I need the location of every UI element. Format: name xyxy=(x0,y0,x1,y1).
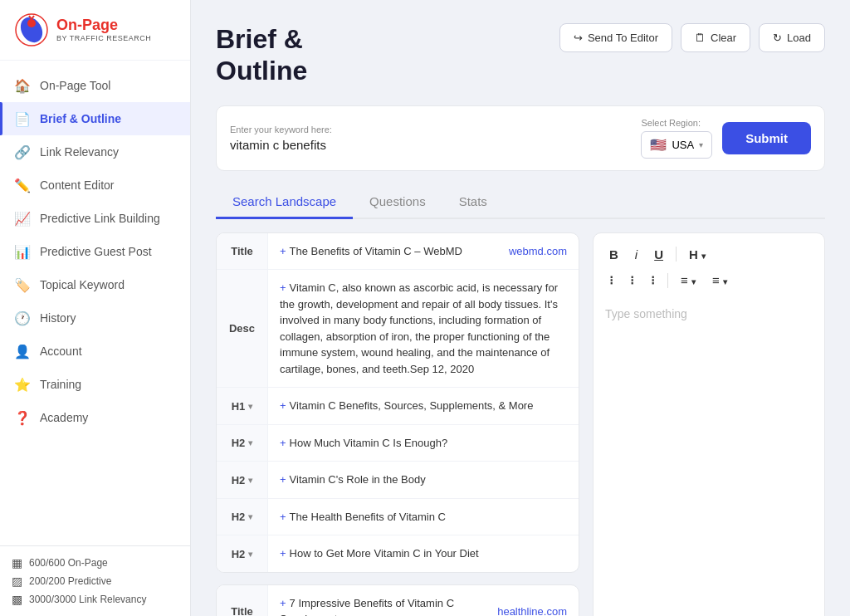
result-card-webmd-card: Title+The Benefits of Vitamin C – WebMDw… xyxy=(216,232,579,573)
heading-button[interactable]: H ▾ xyxy=(685,245,710,264)
heading-label: H2 xyxy=(232,548,246,560)
sidebar-label-academy: Academy xyxy=(40,411,88,424)
sidebar-label-topical-keyword: Topical Keyword xyxy=(40,278,125,291)
sidebar-label-brief-outline: Brief & Outline xyxy=(40,112,121,125)
footer-badge: ▦600/600 On-Page xyxy=(12,556,178,570)
align-center-button[interactable]: ⁝ xyxy=(626,271,638,291)
site-link[interactable]: healthline.com xyxy=(497,604,567,616)
row-label-title: Title xyxy=(217,585,268,616)
load-icon: ↻ xyxy=(773,32,782,44)
sidebar-item-topical-keyword[interactable]: 🏷️ Topical Keyword xyxy=(0,268,190,301)
sidebar-item-training[interactable]: ⭐ Training xyxy=(0,368,190,401)
align-left-button[interactable]: ⁝ xyxy=(605,271,618,291)
clear-icon: 🗒 xyxy=(695,32,706,44)
bold-button[interactable]: B xyxy=(605,245,623,264)
heading-label: H1 xyxy=(232,400,246,413)
editor-toolbar: B i U H ▾ ⁝ ⁝ ⁝ ≡ ▾ ≡ ▾ xyxy=(605,245,813,291)
content-editor-icon: ✏️ xyxy=(15,178,30,193)
sidebar-item-predictive-link[interactable]: 📈 Predictive Link Building xyxy=(0,202,190,235)
sidebar-label-link-relevancy: Link Relevancy xyxy=(40,145,119,159)
sidebar-item-content-editor[interactable]: ✏️ Content Editor xyxy=(0,169,190,202)
sidebar-item-on-page-tool[interactable]: 🏠 On-Page Tool xyxy=(0,69,190,102)
logo-sub: By Traffic Research xyxy=(56,34,151,42)
chevron-down-icon: ▾ xyxy=(699,140,703,149)
search-bar: Enter your keyword here: vitamin c benef… xyxy=(216,105,825,171)
search-value: vitamin c benefits xyxy=(230,138,641,152)
heading-label: H2 xyxy=(232,437,246,449)
sidebar-item-predictive-guest[interactable]: 📊 Predictive Guest Post xyxy=(0,235,190,268)
unordered-list-button[interactable]: ≡ ▾ xyxy=(708,271,731,290)
row-label-desc: Desc xyxy=(217,270,268,387)
sidebar-label-history: History xyxy=(40,311,76,325)
sidebar-item-brief-outline[interactable]: 📄 Brief & Outline xyxy=(0,102,190,135)
tabs: Search LandscapeQuestionsStats xyxy=(216,186,825,219)
footer-badge: ▨200/200 Predictive xyxy=(12,574,178,588)
sidebar-nav: 🏠 On-Page Tool 📄 Brief & Outline 🔗 Link … xyxy=(0,61,190,545)
sidebar-label-on-page-tool: On-Page Tool xyxy=(40,79,110,92)
align-right-button[interactable]: ⁝ xyxy=(647,271,659,291)
region-select[interactable]: 🇺🇸 USA ▾ xyxy=(641,131,712,159)
result-row: Title+The Benefits of Vitamin C – WebMDw… xyxy=(217,233,579,271)
send-to-editor-button[interactable]: ↪ Send To Editor xyxy=(559,23,672,52)
chevron-icon: ▾ xyxy=(248,438,252,447)
result-row: H2▾+How to Get More Vitamin C in Your Di… xyxy=(217,535,579,572)
sidebar-footer: ▦600/600 On-Page▨200/200 Predictive▩3000… xyxy=(0,545,190,616)
italic-button[interactable]: i xyxy=(631,245,642,264)
result-row: H2▾+How Much Vitamin C Is Enough? xyxy=(217,425,579,462)
sidebar-item-history[interactable]: 🕐 History xyxy=(0,301,190,335)
site-link[interactable]: webmd.com xyxy=(509,243,567,260)
load-button[interactable]: ↻ Load xyxy=(759,23,825,52)
heading-label: H2 xyxy=(232,474,246,486)
sidebar-item-link-relevancy[interactable]: 🔗 Link Relevancy xyxy=(0,135,190,169)
underline-button[interactable]: U xyxy=(650,245,667,264)
sidebar-label-predictive-link: Predictive Link Building xyxy=(40,212,160,225)
sidebar-item-academy[interactable]: ❓ Academy xyxy=(0,401,190,434)
svg-point-2 xyxy=(27,19,36,27)
sidebar-label-account: Account xyxy=(40,345,82,358)
tab-questions[interactable]: Questions xyxy=(353,186,442,219)
flag-icon: 🇺🇸 xyxy=(650,137,667,153)
chevron-icon: ▾ xyxy=(248,476,252,485)
academy-icon: ❓ xyxy=(15,410,30,425)
header-actions: ↪ Send To Editor 🗒 Clear ↻ Load xyxy=(559,23,825,52)
link-relevancy-icon: 🔗 xyxy=(15,144,30,159)
result-row: Title+7 Impressive Benefits of Vitamin C… xyxy=(217,585,579,616)
row-text: How Much Vitamin C Is Enough? xyxy=(290,437,448,449)
heading-label: H2 xyxy=(232,511,246,523)
tab-search-landscape[interactable]: Search Landscape xyxy=(216,186,353,219)
row-text: How to Get More Vitamin C in Your Diet xyxy=(290,547,479,560)
logo-icon xyxy=(15,13,48,46)
sidebar-item-account[interactable]: 👤 Account xyxy=(0,335,190,368)
editor-panel: B i U H ▾ ⁝ ⁝ ⁝ ≡ ▾ ≡ ▾ Type something xyxy=(593,232,825,616)
footer-badge: ▩3000/3000 Link Relevancy xyxy=(12,593,178,606)
result-row: H1▾+Vitamin C Benefits, Sources, Supplem… xyxy=(217,388,579,425)
on-page-tool-icon: 🏠 xyxy=(15,78,30,93)
editor-placeholder: Type something xyxy=(605,307,687,320)
results-panel: Title+The Benefits of Vitamin C – WebMDw… xyxy=(216,232,579,616)
result-row: H2▾+Vitamin C's Role in the Body xyxy=(217,462,579,499)
result-row: H2▾+The Health Benefits of Vitamin C xyxy=(217,499,579,536)
region-value: USA xyxy=(672,139,694,151)
logo-main: On-Page xyxy=(56,17,151,34)
clear-button[interactable]: 🗒 Clear xyxy=(681,23,750,52)
account-icon: 👤 xyxy=(15,344,30,359)
row-label-title: Title xyxy=(217,233,268,270)
result-row: Desc+Vitamin C, also known as ascorbic a… xyxy=(217,270,579,388)
send-icon: ↪ xyxy=(574,32,583,44)
tab-stats[interactable]: Stats xyxy=(442,186,504,219)
page-header: Brief &Outline ↪ Send To Editor 🗒 Clear … xyxy=(216,23,825,87)
logo: On-Page By Traffic Research xyxy=(0,0,190,61)
editor-area[interactable]: Type something xyxy=(605,301,813,616)
sidebar-label-training: Training xyxy=(40,378,81,391)
chevron-icon: ▾ xyxy=(248,402,252,411)
main-content: Brief &Outline ↪ Send To Editor 🗒 Clear … xyxy=(191,0,850,616)
toolbar-separator-1 xyxy=(676,247,677,262)
page-title: Brief &Outline xyxy=(216,23,307,87)
chevron-icon: ▾ xyxy=(248,550,252,559)
content-area: Title+The Benefits of Vitamin C – WebMDw… xyxy=(216,232,825,616)
ordered-list-button[interactable]: ≡ ▾ xyxy=(677,271,700,290)
row-text: Vitamin C Benefits, Sources, Supplements… xyxy=(290,399,534,412)
submit-button[interactable]: Submit xyxy=(722,122,811,154)
brief-outline-icon: 📄 xyxy=(15,111,30,126)
result-card-healthline-card: Title+7 Impressive Benefits of Vitamin C… xyxy=(216,584,579,616)
